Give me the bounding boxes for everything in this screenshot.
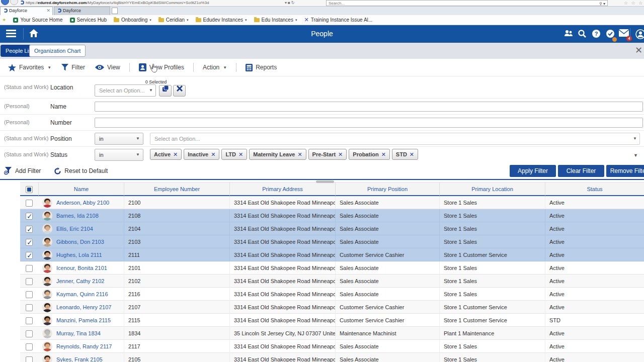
- chip-remove-icon[interactable]: ✕: [173, 151, 178, 157]
- row-checkbox[interactable]: [20, 248, 38, 261]
- table-row[interactable]: Hughes, Lola 211121113314 East Old Shako…: [20, 248, 644, 261]
- favorites-button[interactable]: Favorites▼: [5, 62, 54, 73]
- bookmark-item[interactable]: Edudev Instances▾: [196, 17, 247, 23]
- approvals-icon[interactable]: [606, 29, 615, 40]
- table-row[interactable]: Barnes, Ida 210821083314 East Old Shakop…: [20, 209, 644, 222]
- bookmark-item[interactable]: Services Hub: [70, 17, 107, 23]
- row-checkbox[interactable]: [20, 301, 38, 314]
- position-dropdown[interactable]: Select an Option...▼: [150, 133, 640, 145]
- browser-tab-1[interactable]: Dayforce✕: [0, 7, 53, 15]
- employee-name-link[interactable]: Leonardo, Henry 2107: [56, 304, 111, 310]
- row-checkbox[interactable]: [20, 327, 38, 340]
- chip-remove-icon[interactable]: ✕: [238, 151, 243, 157]
- employee-name-link[interactable]: Kayman, Quinn 2116: [56, 291, 108, 297]
- employee-name-link[interactable]: Hughes, Lola 2111: [56, 252, 102, 258]
- close-icon[interactable]: ✕: [635, 46, 642, 54]
- employee-name-link[interactable]: Murray, Tina 1834: [56, 330, 101, 336]
- employee-name-link[interactable]: Manzini, Pamela 2115: [56, 317, 111, 323]
- employee-name-link[interactable]: Sykes, Frank 2105: [56, 356, 103, 362]
- action-button[interactable]: Action▼: [200, 62, 230, 73]
- bookmark-item[interactable]: Ceridian▾: [158, 17, 189, 23]
- table-row[interactable]: Ellis, Eric 210421043314 East Old Shakop…: [20, 222, 644, 235]
- column-header-primary-position[interactable]: Primary Position: [335, 183, 439, 196]
- status-chip[interactable]: Pre-Start✕: [308, 149, 347, 160]
- row-checkbox[interactable]: [20, 209, 38, 222]
- table-row[interactable]: Kayman, Quinn 211621163314 East Old Shak…: [20, 288, 644, 301]
- status-chip[interactable]: LTD✕: [221, 149, 247, 160]
- column-header-primary-address[interactable]: Primary Address: [229, 183, 335, 196]
- url-bar-tools[interactable]: ▾■↻: [285, 1, 296, 5]
- status-operator-select[interactable]: in▼: [95, 149, 143, 161]
- add-filter-button[interactable]: Add Filter: [4, 167, 41, 175]
- team-relate-icon[interactable]: [564, 29, 574, 40]
- chip-remove-icon[interactable]: ✕: [297, 151, 302, 157]
- employee-name-link[interactable]: Gibbons, Don 2103: [56, 239, 104, 245]
- row-checkbox[interactable]: [20, 275, 38, 288]
- help-icon[interactable]: ?: [592, 29, 601, 40]
- position-operator-select[interactable]: in▼: [95, 133, 143, 145]
- column-header-primary-location[interactable]: Primary Location: [439, 183, 545, 196]
- bookmark-item[interactable]: Edu Instances▾: [254, 17, 297, 23]
- table-row[interactable]: Icenour, Bonita 210121013314 East Old Sh…: [20, 261, 644, 275]
- apply-filter-button[interactable]: Apply Filter: [510, 165, 556, 177]
- status-chip[interactable]: Active✕: [150, 149, 182, 160]
- column-header-status[interactable]: Status: [545, 183, 644, 196]
- view-button[interactable]: View: [92, 62, 123, 73]
- status-chip[interactable]: Inactive✕: [184, 149, 219, 160]
- bookmark-item[interactable]: Your Source Home: [13, 17, 62, 23]
- bookmark-item[interactable]: Onboarding▾: [114, 17, 151, 23]
- remove-filters-button[interactable]: Remove Filters: [606, 165, 644, 177]
- row-checkbox[interactable]: [20, 340, 38, 353]
- chip-remove-icon[interactable]: ✕: [410, 151, 414, 157]
- employee-name-link[interactable]: Reynolds, Randy 2117: [56, 343, 112, 349]
- view-profiles-button[interactable]: View Profiles: [136, 61, 187, 73]
- messages-icon[interactable]: 4: [619, 29, 629, 39]
- scrollbar-thumb[interactable]: [316, 180, 334, 183]
- clear-filter-button[interactable]: Clear Filter: [558, 165, 604, 177]
- row-checkbox[interactable]: [20, 222, 38, 235]
- clear-location-button[interactable]: [173, 85, 186, 97]
- bookmark-item[interactable]: ✕Training Instance Issue Al...: [304, 17, 372, 23]
- new-tab-button[interactable]: [112, 8, 118, 14]
- browser-forward-button[interactable]: [10, 0, 18, 5]
- search-icon[interactable]: [578, 29, 587, 40]
- column-header-employee-number[interactable]: Employee Number: [124, 183, 229, 196]
- filter-button[interactable]: Filter: [58, 62, 88, 73]
- number-input[interactable]: [95, 118, 643, 128]
- name-input[interactable]: [95, 102, 643, 112]
- tab-close-icon[interactable]: ✕: [46, 8, 50, 13]
- sparkle-icon[interactable]: ✦: [2, 17, 6, 23]
- chevron-down-icon[interactable]: ▼: [633, 153, 638, 158]
- search-magnifier-icon[interactable]: ⚲ ▾: [599, 1, 605, 7]
- table-row[interactable]: Reynolds, Randy 211721173314 East Old Sh…: [20, 340, 644, 353]
- status-chip[interactable]: STD✕: [392, 149, 418, 160]
- chip-remove-icon[interactable]: ✕: [338, 151, 343, 157]
- table-row[interactable]: Leonardo, Henry 210721073314 East Old Sh…: [20, 301, 644, 314]
- chip-remove-icon[interactable]: ✕: [381, 151, 386, 157]
- row-checkbox[interactable]: [20, 196, 38, 209]
- table-row[interactable]: Jenner, Cathy 210221023314 East Old Shak…: [20, 275, 644, 288]
- column-header-name[interactable]: Name: [38, 183, 124, 196]
- employee-name-link[interactable]: Jenner, Cathy 2102: [56, 278, 104, 284]
- reports-button[interactable]: Reports: [243, 62, 280, 73]
- browser-favorites-icons[interactable]: ☆ ☆ ☆: [624, 1, 643, 6]
- row-checkbox[interactable]: [20, 235, 38, 248]
- row-checkbox[interactable]: [20, 353, 38, 362]
- location-dropdown[interactable]: Select an Option...▼: [95, 84, 156, 97]
- reset-to-default-button[interactable]: Reset to Default: [54, 167, 108, 175]
- table-row[interactable]: Manzini, Pamela 211521153314 East Old Sh…: [20, 314, 644, 327]
- table-row[interactable]: Sykes, Frank 210521053314 East Old Shako…: [20, 353, 644, 362]
- employee-name-link[interactable]: Icenour, Bonita 2101: [56, 265, 107, 271]
- row-checkbox[interactable]: [20, 261, 38, 275]
- status-chip[interactable]: Probation✕: [349, 149, 390, 160]
- table-row[interactable]: Murray, Tina 1834183435 Lincoln St Jerse…: [20, 327, 644, 340]
- employee-name-link[interactable]: Ellis, Eric 2104: [56, 226, 93, 232]
- status-chip[interactable]: Maternity Leave✕: [249, 149, 306, 160]
- browser-back-button[interactable]: [1, 0, 9, 5]
- url-bar[interactable]: https://edured.dayforcehcm.com/MyDayforc…: [20, 1, 302, 5]
- employee-name-link[interactable]: Anderson, Abby 2100: [56, 200, 109, 206]
- org-picker-button[interactable]: [159, 85, 172, 97]
- browser-tab-2[interactable]: Dayforce: [54, 7, 110, 15]
- table-row[interactable]: Gibbons, Don 210321033314 East Old Shako…: [20, 235, 644, 248]
- row-checkbox[interactable]: [20, 288, 38, 301]
